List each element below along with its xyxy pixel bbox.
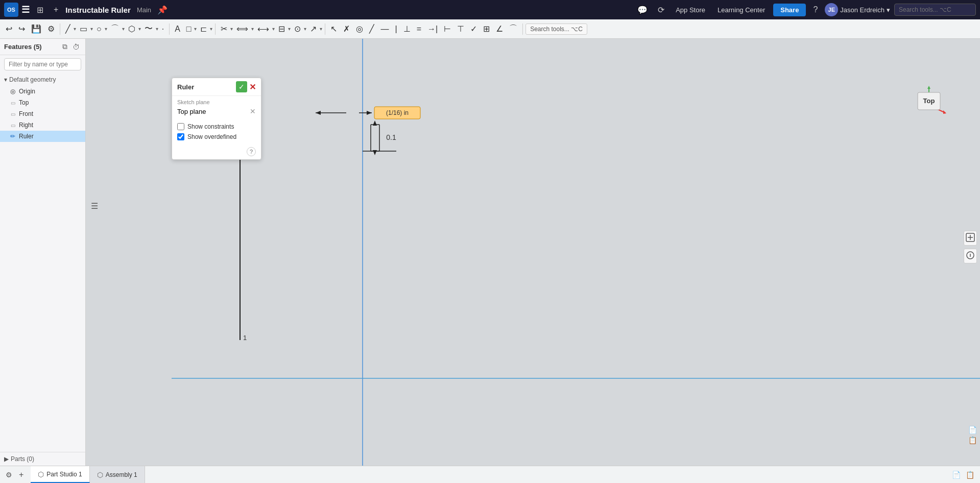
- arc-arrow[interactable]: ▾: [122, 26, 125, 32]
- transform-arrow[interactable]: ▾: [320, 26, 322, 32]
- constraint3-button[interactable]: ⊤: [455, 22, 467, 35]
- grid-button[interactable]: ⊞: [34, 3, 46, 17]
- chat-button[interactable]: 💬: [634, 3, 651, 17]
- arc2-button[interactable]: ⌒: [507, 22, 520, 36]
- parts-header[interactable]: ▶ Parts (0): [0, 452, 85, 466]
- constraint2-button[interactable]: ⊢: [441, 22, 453, 35]
- angle-button[interactable]: ∠: [493, 22, 506, 35]
- constraint1-button[interactable]: →|: [425, 23, 440, 35]
- mirror-button[interactable]: ⟷: [255, 22, 272, 35]
- trim-dropdown[interactable]: ✂▾: [218, 22, 233, 35]
- copy-feature-button[interactable]: ⧉: [61, 42, 69, 52]
- share-button[interactable]: Share: [773, 4, 806, 16]
- image-button[interactable]: □: [184, 23, 194, 35]
- assembly-tab[interactable]: ⬡ Assembly 1: [90, 466, 145, 483]
- tree-item-right[interactable]: ▭ Right: [0, 119, 85, 131]
- text-button[interactable]: A: [172, 23, 183, 35]
- show-overdefined-checkbox[interactable]: [177, 133, 184, 140]
- right-control-1[interactable]: [964, 231, 977, 246]
- spline-arrow[interactable]: ▾: [156, 26, 158, 32]
- line-dropdown[interactable]: ╱▾: [63, 22, 76, 35]
- view-cube[interactable]: Top: [909, 85, 949, 126]
- version-button[interactable]: ⟳: [655, 3, 667, 17]
- tree-item-top[interactable]: ▭ Top: [0, 97, 85, 108]
- hamburger-icon[interactable]: ☰: [21, 4, 30, 15]
- circular-button[interactable]: ⊙: [292, 22, 303, 35]
- circle-dropdown[interactable]: ○▾: [94, 23, 107, 35]
- linear-button[interactable]: ⊟: [276, 22, 288, 35]
- filter-input[interactable]: [4, 58, 81, 70]
- linear-arrow[interactable]: ▾: [288, 26, 291, 32]
- offset-dropdown[interactable]: ⟺▾: [234, 22, 254, 35]
- plane-clear-button[interactable]: ✕: [250, 107, 256, 115]
- part-studio-tab[interactable]: ⬡ Part Studio 1: [31, 466, 89, 483]
- constraint4-button[interactable]: ✓: [468, 22, 480, 35]
- polygon-dropdown[interactable]: ⬡▾: [126, 22, 141, 35]
- arc-dropdown[interactable]: ⌒▾: [108, 22, 125, 36]
- dimension-button[interactable]: ⊞: [481, 22, 492, 35]
- slot-dropdown[interactable]: ⊏▾: [198, 22, 212, 35]
- slot-arrow[interactable]: ▾: [210, 26, 212, 32]
- circular-arrow[interactable]: ▾: [304, 26, 306, 32]
- help-button[interactable]: ?: [810, 3, 821, 16]
- history-button[interactable]: ⏱: [71, 42, 81, 52]
- onshape-logo[interactable]: OS: [4, 3, 18, 17]
- arc-button[interactable]: ⌒: [108, 22, 122, 36]
- rect-dropdown[interactable]: ▭▾: [77, 22, 93, 35]
- learning-center-button[interactable]: Learning Center: [713, 4, 769, 16]
- xmark-button[interactable]: ✗: [341, 22, 352, 35]
- show-constraints-row[interactable]: Show constraints: [177, 122, 256, 132]
- doc-view-button[interactable]: 📄: [950, 469, 962, 480]
- line2-button[interactable]: ╱: [367, 22, 377, 35]
- save-button[interactable]: 💾: [29, 22, 44, 35]
- sketch-close-button[interactable]: ✕: [249, 81, 256, 92]
- left-list-icon[interactable]: ☰: [91, 201, 98, 211]
- search-tools-button[interactable]: Search tools... ⌥C: [525, 23, 587, 35]
- offset-arrow[interactable]: ▾: [251, 26, 254, 32]
- ruler-button[interactable]: —: [378, 23, 391, 35]
- appstore-button[interactable]: App Store: [672, 4, 709, 16]
- right-control-2[interactable]: [964, 249, 977, 263]
- sketch-ok-button[interactable]: ✓: [236, 81, 247, 92]
- line-button[interactable]: ╱: [63, 22, 73, 35]
- canvas-area[interactable]: Ruler ✓ ✕ Sketch plane Top plane ✕ Show …: [86, 39, 980, 466]
- table-view-button[interactable]: 📋: [964, 469, 976, 480]
- canvas-icon-2[interactable]: 📋: [968, 436, 977, 444]
- transform-dropdown[interactable]: ↗▾: [307, 22, 322, 35]
- circular-dropdown[interactable]: ⊙▾: [292, 22, 306, 35]
- tree-item-front[interactable]: ▭ Front: [0, 108, 85, 119]
- offset-button[interactable]: ⟺: [234, 22, 251, 35]
- undo-button[interactable]: ↩: [3, 22, 15, 35]
- select-button[interactable]: ↖: [328, 22, 340, 35]
- point-button[interactable]: ·: [159, 23, 166, 35]
- rect-button[interactable]: ▭: [77, 22, 90, 35]
- image-dropdown[interactable]: □▾: [184, 23, 197, 35]
- pipe-button[interactable]: |: [392, 23, 399, 35]
- doc-pin-icon[interactable]: 📌: [157, 5, 168, 15]
- mirror-arrow[interactable]: ▾: [272, 26, 275, 32]
- polygon-arrow[interactable]: ▾: [138, 26, 141, 32]
- transform-button[interactable]: ↗: [307, 22, 319, 35]
- slot-button[interactable]: ⊏: [198, 22, 209, 35]
- canvas-icon-1[interactable]: 📄: [968, 426, 977, 434]
- settings-button[interactable]: ⚙: [45, 22, 57, 35]
- spline-dropdown[interactable]: 〜▾: [142, 22, 158, 36]
- trim-arrow[interactable]: ▾: [230, 26, 233, 32]
- linear-dropdown[interactable]: ⊟▾: [276, 22, 291, 35]
- settings-bottom-button[interactable]: ⚙: [4, 469, 14, 480]
- show-overdefined-row[interactable]: Show overdefined: [177, 132, 256, 142]
- circle-arrow[interactable]: ▾: [105, 26, 107, 32]
- mirror-dropdown[interactable]: ⟷▾: [255, 22, 275, 35]
- trim-button[interactable]: ✂: [218, 22, 230, 35]
- user-menu[interactable]: JE Jason Erdreich ▾: [825, 3, 890, 16]
- redo-button[interactable]: ↪: [16, 22, 28, 35]
- circle-button[interactable]: ○: [94, 23, 104, 35]
- image-arrow[interactable]: ▾: [194, 26, 197, 32]
- spline-button[interactable]: 〜: [142, 22, 155, 36]
- equal-button[interactable]: =: [414, 23, 424, 35]
- show-constraints-checkbox[interactable]: [177, 123, 184, 130]
- perp-button[interactable]: ⊥: [401, 22, 413, 35]
- sketch-help-button[interactable]: ?: [247, 147, 256, 156]
- tree-item-ruler[interactable]: ✏ Ruler: [0, 131, 85, 142]
- tree-item-origin[interactable]: ◎ Origin: [0, 86, 85, 97]
